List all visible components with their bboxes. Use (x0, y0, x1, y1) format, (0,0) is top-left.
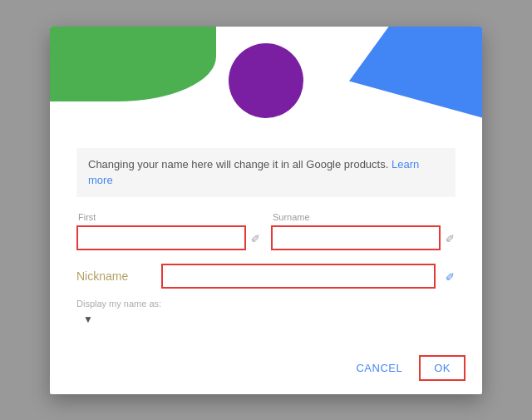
display-name-label: Display my name as: (76, 299, 161, 309)
dialog-header (50, 27, 482, 135)
header-blue-bg (349, 27, 482, 118)
info-banner: Changing your name here will change it i… (76, 148, 456, 197)
header-green-bg (50, 27, 216, 101)
nickname-edit-icon[interactable]: ✏ (442, 268, 459, 284)
edit-name-dialog: Changing your name here will change it i… (50, 27, 482, 394)
nickname-label: Nickname (76, 269, 151, 283)
avatar (229, 43, 303, 118)
name-row: First ✏ Surname ✏ (76, 212, 456, 250)
info-text: Changing your name here will change it i… (88, 158, 388, 170)
surname-group: Surname ✏ (271, 212, 456, 250)
ok-button[interactable]: OK (419, 355, 466, 381)
nickname-row: Nickname ✏ (76, 264, 456, 289)
dialog-actions: CANCEL OK (50, 348, 482, 394)
nickname-input[interactable] (161, 264, 436, 289)
first-name-edit-icon[interactable]: ✏ (248, 230, 264, 246)
dropdown-arrow-icon[interactable]: ▼ (83, 314, 93, 325)
display-name-section: Display my name as: ▼ (76, 295, 456, 325)
cancel-button[interactable]: CANCEL (346, 355, 412, 381)
first-name-field-row: ✏ (76, 225, 261, 250)
surname-label: Surname (273, 212, 456, 222)
first-name-group: First ✏ (76, 212, 261, 250)
surname-field-row: ✏ (271, 225, 456, 250)
first-name-label: First (78, 212, 261, 222)
surname-edit-icon[interactable]: ✏ (442, 230, 459, 246)
display-name-select-row: ▼ (76, 314, 456, 325)
first-name-input[interactable] (76, 225, 246, 250)
surname-input[interactable] (271, 225, 441, 250)
dialog-body: Changing your name here will change it i… (50, 135, 482, 348)
